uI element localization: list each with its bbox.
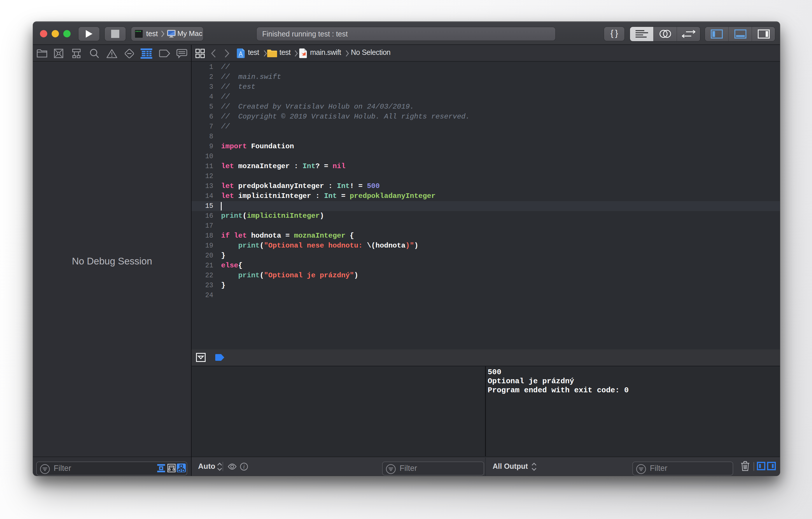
- svg-text:i: i: [243, 464, 245, 470]
